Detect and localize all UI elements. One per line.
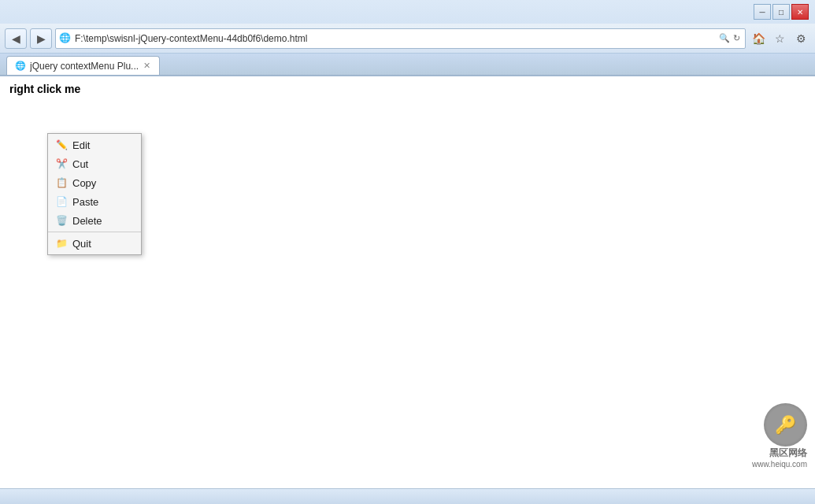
- status-bar: [0, 488, 815, 504]
- tab-bar: 🌐 jQuery contextMenu Plu... ✕: [0, 54, 815, 76]
- copy-icon: 📋: [54, 176, 69, 189]
- page-favicon: 🌐: [59, 32, 72, 45]
- favorites-button[interactable]: ☆: [770, 30, 789, 47]
- context-menu-item-copy[interactable]: 📋 Copy: [48, 173, 141, 192]
- title-bar: ─ □ ✕: [0, 0, 815, 24]
- quit-icon: 📁: [54, 237, 69, 250]
- refresh-icon[interactable]: ↻: [732, 33, 742, 43]
- paste-label: Paste: [72, 196, 98, 208]
- edit-label: Edit: [72, 139, 90, 151]
- watermark-logo: 🔑: [764, 403, 807, 447]
- quit-label: Quit: [72, 238, 91, 250]
- context-menu-item-cut[interactable]: ✂️ Cut: [48, 154, 141, 173]
- watermark: 🔑 黑区网络 www.heiqu.com: [752, 403, 807, 469]
- maximize-button[interactable]: □: [772, 4, 790, 20]
- context-menu-item-edit[interactable]: ✏️ Edit: [48, 135, 141, 154]
- tools-button[interactable]: ⚙: [791, 30, 810, 47]
- browser-title-bar: ─ □ ✕ ◀ ▶ 🌐 🔍 ↻ 🏠 ☆ ⚙: [0, 0, 815, 76]
- page-content: right click me ✏️ Edit ✂️ Cut 📋 Copy 📄 P…: [0, 76, 815, 488]
- context-menu-item-delete[interactable]: 🗑️ Delete: [48, 211, 141, 230]
- minimize-icon: ─: [759, 8, 765, 17]
- forward-icon: ▶: [37, 32, 46, 45]
- context-menu-item-paste[interactable]: 📄 Paste: [48, 192, 141, 211]
- maximize-icon: □: [779, 8, 784, 17]
- close-icon: ✕: [797, 8, 803, 17]
- page-body-text: right click me: [0, 76, 815, 102]
- cut-label: Cut: [72, 158, 88, 170]
- copy-label: Copy: [72, 177, 96, 189]
- minimize-button[interactable]: ─: [754, 4, 771, 20]
- cut-icon: ✂️: [54, 158, 69, 170]
- context-menu: ✏️ Edit ✂️ Cut 📋 Copy 📄 Paste 🗑️ Delete …: [47, 133, 142, 255]
- delete-icon: 🗑️: [54, 214, 69, 227]
- search-icon[interactable]: 🔍: [717, 33, 732, 43]
- back-icon: ◀: [12, 32, 20, 45]
- address-input[interactable]: [75, 33, 717, 44]
- navigation-bar: ◀ ▶ 🌐 🔍 ↻ 🏠 ☆ ⚙: [0, 24, 815, 54]
- watermark-text: 黑区网络: [752, 447, 807, 460]
- active-tab[interactable]: 🌐 jQuery contextMenu Plu... ✕: [6, 56, 160, 75]
- toolbar-right: 🏠 ☆ ⚙: [749, 30, 810, 47]
- window-controls: ─ □ ✕: [754, 4, 809, 20]
- close-button[interactable]: ✕: [791, 4, 809, 20]
- tab-favicon: 🌐: [15, 61, 26, 72]
- context-menu-item-quit[interactable]: 📁 Quit: [48, 234, 141, 253]
- delete-label: Delete: [72, 215, 102, 227]
- edit-icon: ✏️: [54, 139, 69, 151]
- watermark-url: www.heiqu.com: [752, 460, 807, 469]
- address-bar[interactable]: 🌐 🔍 ↻: [55, 28, 746, 49]
- home-button[interactable]: 🏠: [749, 30, 768, 47]
- back-button[interactable]: ◀: [5, 28, 27, 49]
- tab-close-button[interactable]: ✕: [143, 61, 151, 71]
- tab-title: jQuery contextMenu Plu...: [30, 61, 139, 72]
- paste-icon: 📄: [54, 195, 69, 208]
- forward-button[interactable]: ▶: [30, 28, 52, 49]
- context-menu-divider: [48, 232, 141, 232]
